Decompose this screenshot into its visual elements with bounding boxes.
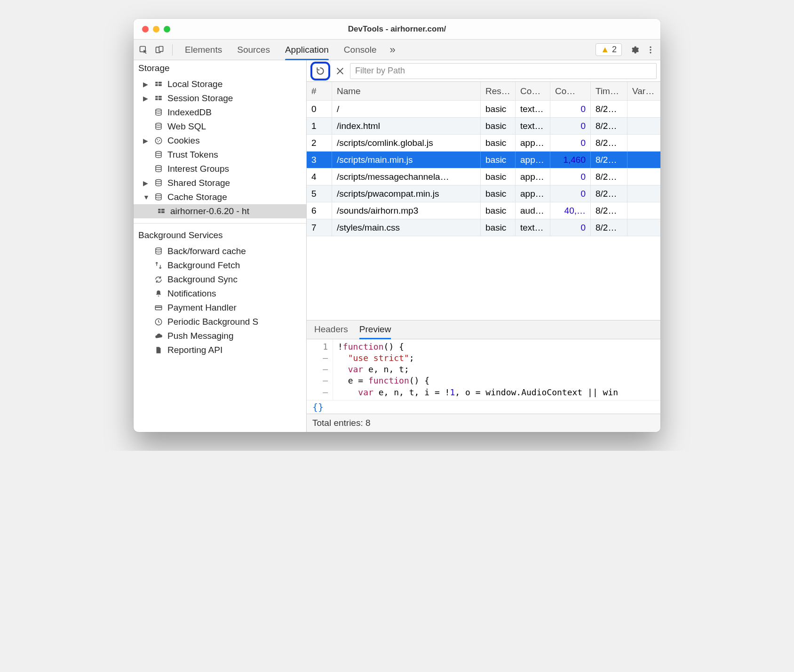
cell-index: 4 xyxy=(307,168,332,185)
col-name[interactable]: Name xyxy=(332,82,481,100)
sidebar-item-interest-groups[interactable]: Interest Groups xyxy=(134,162,306,176)
sidebar-item-shared-storage[interactable]: ▶ Shared Storage xyxy=(134,176,306,190)
sidebar-item-label: Push Messaging xyxy=(167,331,233,341)
device-toggle-icon[interactable] xyxy=(152,43,167,57)
code-gutter: 1 – – – – xyxy=(307,339,333,400)
devtools-tabstrip: Elements Sources Application Console » ▲… xyxy=(134,40,660,60)
cell-vary xyxy=(627,185,660,202)
sidebar-item-label: Periodic Background S xyxy=(167,317,258,327)
clear-icon[interactable] xyxy=(334,66,346,76)
cell-time-cached: 8/2… xyxy=(591,101,627,117)
sidebar-item-label: IndexedDB xyxy=(167,107,212,118)
warnings-badge[interactable]: ▲ 2 xyxy=(596,43,622,56)
cell-content-length: 0 xyxy=(550,219,591,236)
table-row[interactable]: 4 /scripts/messagechannela… basic app… 0… xyxy=(307,168,660,185)
refresh-button-highlight xyxy=(310,62,330,80)
sidebar-item-indexeddb[interactable]: IndexedDB xyxy=(134,105,306,120)
pretty-print-braces-icon[interactable]: {} xyxy=(307,400,660,414)
cell-name: /scripts/comlink.global.js xyxy=(332,135,481,151)
table-row[interactable]: 6 /sounds/airhorn.mp3 basic aud… 40,… 8/… xyxy=(307,202,660,219)
svg-point-5 xyxy=(650,52,651,53)
db-icon xyxy=(153,165,164,173)
sidebar-item-label: Notifications xyxy=(167,288,216,299)
bell-icon xyxy=(153,289,164,298)
sidebar-item-label: Trust Tokens xyxy=(167,150,218,160)
sidebar-item-periodic-background-s[interactable]: Periodic Background S xyxy=(134,315,306,329)
col-response[interactable]: Res… xyxy=(481,82,516,100)
sidebar-item-background-sync[interactable]: Background Sync xyxy=(134,272,306,287)
cell-response: basic xyxy=(481,185,516,202)
sidebar-item-web-sql[interactable]: Web SQL xyxy=(134,120,306,134)
cell-time-cached: 8/2… xyxy=(591,135,627,151)
footer-total: Total entries: 8 xyxy=(307,414,660,432)
sidebar-item-notifications[interactable]: Notifications xyxy=(134,287,306,301)
col-index[interactable]: # xyxy=(307,82,332,100)
tab-application[interactable]: Application xyxy=(278,40,335,60)
bg-section-title: Background Services xyxy=(134,227,306,243)
sidebar-item-label: Reporting API xyxy=(167,345,222,355)
fetch-icon xyxy=(153,261,164,270)
table-row[interactable]: 7 /styles/main.css basic text… 0 8/2… xyxy=(307,219,660,236)
tab-console[interactable]: Console xyxy=(337,40,383,60)
sidebar-item-trust-tokens[interactable]: Trust Tokens xyxy=(134,148,306,162)
sidebar-item-back-forward-cache[interactable]: Back/forward cache xyxy=(134,244,306,258)
sync-icon xyxy=(153,275,164,284)
col-content-length[interactable]: Co… xyxy=(550,82,591,100)
sidebar-item-background-fetch[interactable]: Background Fetch xyxy=(134,258,306,272)
cell-content-length: 0 xyxy=(550,135,591,151)
clock-icon xyxy=(153,318,164,326)
cell-vary xyxy=(627,219,660,236)
sidebar-item-reporting-api[interactable]: Reporting API xyxy=(134,343,306,357)
cell-time-cached: 8/2… xyxy=(591,185,627,202)
cell-time-cached: 8/2… xyxy=(591,168,627,185)
table-row[interactable]: 5 /scripts/pwacompat.min.js basic app… 0… xyxy=(307,185,660,202)
cache-toolbar: Filter by Path xyxy=(307,60,660,82)
tab-elements[interactable]: Elements xyxy=(178,40,229,60)
tab-headers[interactable]: Headers xyxy=(314,320,348,339)
col-content-type[interactable]: Co… xyxy=(516,82,550,100)
main-body: Storage ▶ Local Storage▶ Session Storage… xyxy=(134,60,660,432)
tab-preview[interactable]: Preview xyxy=(359,320,391,339)
cell-response: basic xyxy=(481,168,516,185)
cell-response: basic xyxy=(481,118,516,134)
code-body[interactable]: !function() { "use strict"; var e, n, t;… xyxy=(333,339,660,400)
sidebar: Storage ▶ Local Storage▶ Session Storage… xyxy=(134,60,307,432)
table-row[interactable]: 0 / basic text… 0 8/2… xyxy=(307,101,660,118)
tabs-overflow[interactable]: » xyxy=(385,44,400,56)
inspect-element-icon[interactable] xyxy=(136,43,151,57)
cell-name: /scripts/main.min.js xyxy=(332,152,481,168)
table-row[interactable]: 2 /scripts/comlink.global.js basic app… … xyxy=(307,135,660,152)
devtools-window: DevTools - airhorner.com/ Elements Sourc… xyxy=(134,19,660,432)
refresh-icon[interactable] xyxy=(314,66,326,76)
filter-input[interactable]: Filter by Path xyxy=(350,63,657,79)
sidebar-item-payment-handler[interactable]: Payment Handler xyxy=(134,301,306,315)
tab-sources[interactable]: Sources xyxy=(230,40,277,60)
close-window[interactable] xyxy=(142,26,149,32)
sidebar-item-push-messaging[interactable]: Push Messaging xyxy=(134,329,306,343)
kebab-menu-icon[interactable] xyxy=(643,43,658,57)
sidebar-item-label: Payment Handler xyxy=(167,303,237,313)
sidebar-item-cache-storage[interactable]: ▼ Cache Storage xyxy=(134,190,306,204)
file-icon xyxy=(153,346,164,354)
detail-pane: Headers Preview 1 – – – – !function() { … xyxy=(307,320,660,432)
col-vary[interactable]: Var… xyxy=(627,82,660,100)
col-time-cached[interactable]: Tim… xyxy=(591,82,627,100)
sidebar-item-cookies[interactable]: ▶ Cookies xyxy=(134,134,306,148)
sidebar-item-session-storage[interactable]: ▶ Session Storage xyxy=(134,91,306,105)
sidebar-item-local-storage[interactable]: ▶ Local Storage xyxy=(134,77,306,91)
minimize-window[interactable] xyxy=(153,26,159,32)
table-row[interactable]: 3 /scripts/main.min.js basic app… 1,460 … xyxy=(307,152,660,168)
sidebar-item-airhorner-0-6-20-ht[interactable]: airhorner-0.6.20 - ht xyxy=(134,204,306,218)
code-preview: 1 – – – – !function() { "use strict"; va… xyxy=(307,339,660,400)
table-row[interactable]: 1 /index.html basic text… 0 8/2… xyxy=(307,118,660,135)
cloud-icon xyxy=(153,332,164,340)
settings-gear-icon[interactable] xyxy=(627,43,642,57)
svg-point-4 xyxy=(650,49,651,50)
tree-arrow-icon: ▶ xyxy=(143,80,150,88)
sidebar-item-label: Back/forward cache xyxy=(167,246,246,256)
traffic-lights xyxy=(134,26,170,32)
zoom-window[interactable] xyxy=(164,26,170,32)
cell-response: basic xyxy=(481,202,516,219)
sidebar-item-label: Cache Storage xyxy=(167,192,227,202)
cell-response: basic xyxy=(481,101,516,117)
